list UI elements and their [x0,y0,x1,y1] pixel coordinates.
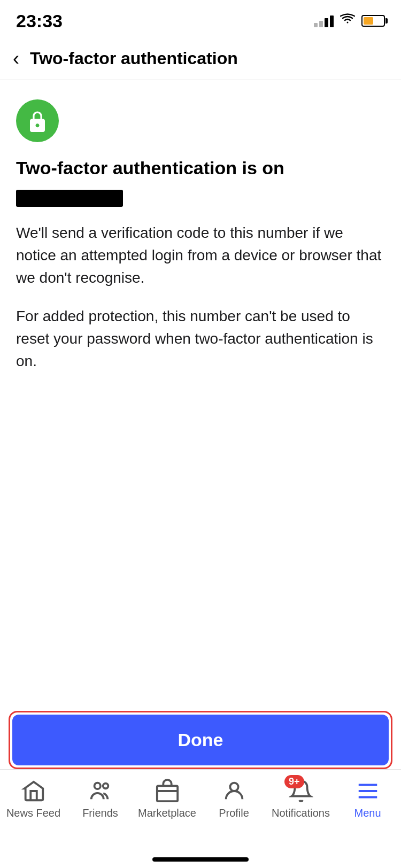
nav-item-friends[interactable]: Friends [67,778,134,819]
nav-item-news-feed[interactable]: News Feed [0,778,67,819]
nav-item-profile[interactable]: Profile [200,778,267,819]
status-time: 23:33 [16,11,63,32]
status-bar: 23:33 [0,0,401,37]
nav-item-notifications[interactable]: 9+ Notifications [267,778,334,819]
nav-label-marketplace: Marketplace [138,807,196,819]
svg-point-0 [94,783,101,789]
page-title: Two-factor authentication [30,49,238,68]
redacted-phone-number [16,190,123,207]
lock-icon [26,110,49,132]
main-content: Two-factor authentication is on We'll se… [0,80,401,389]
friends-icon [87,778,114,804]
auth-description-2: For added protection, this number can't … [16,305,385,373]
svg-point-1 [103,784,108,789]
nav-item-menu[interactable]: Menu [334,778,401,819]
back-button[interactable]: ‹ [13,49,19,68]
svg-rect-2 [157,786,177,801]
nav-label-profile: Profile [219,807,249,819]
bottom-nav: News Feed Friends Marketplace [0,769,401,868]
nav-label-news-feed: News Feed [6,807,60,819]
nav-label-notifications: Notifications [272,807,330,819]
header: ‹ Two-factor authentication [0,37,401,80]
home-icon [20,778,48,804]
marketplace-icon [153,778,181,804]
done-button-container: Done [9,711,392,769]
auth-status-title: Two-factor authentication is on [16,157,385,179]
lock-icon-circle [16,99,59,142]
done-button-highlight: Done [9,711,392,769]
done-button[interactable]: Done [12,715,389,765]
nav-label-friends: Friends [82,807,118,819]
menu-icon [354,778,382,804]
profile-icon [220,778,248,804]
battery-icon [361,15,385,27]
status-icons [314,13,385,29]
signal-icon [314,14,334,27]
wifi-icon [340,13,355,29]
bell-icon: 9+ [287,778,315,804]
home-indicator [152,857,249,862]
nav-label-menu: Menu [354,807,381,819]
auth-description-1: We'll send a verification code to this n… [16,222,385,289]
nav-item-marketplace[interactable]: Marketplace [134,778,200,819]
svg-point-4 [230,783,238,791]
notification-badge: 9+ [284,775,304,788]
